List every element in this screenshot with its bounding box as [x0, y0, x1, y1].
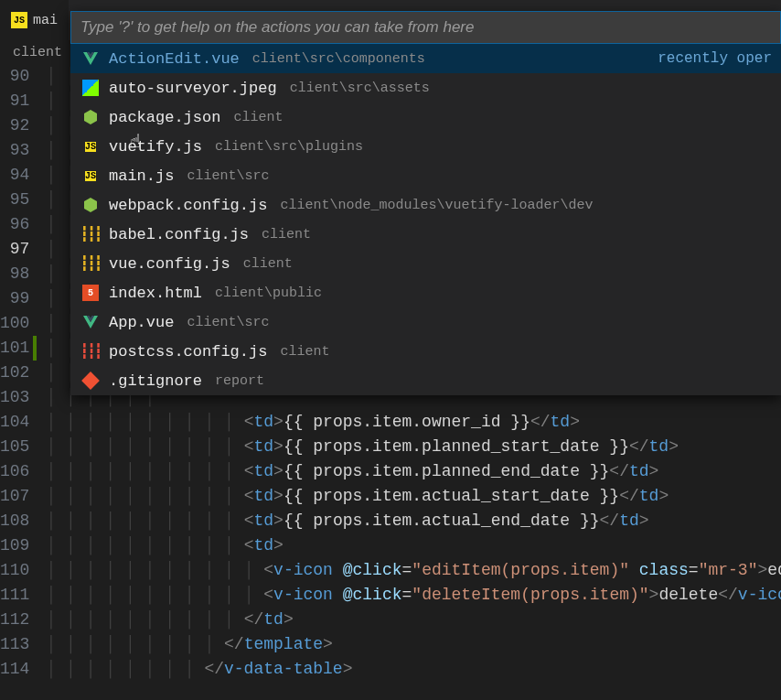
js-file-icon: JS: [81, 167, 100, 185]
file-name: postcss.config.js: [109, 343, 267, 361]
file-name: App.vue: [109, 314, 174, 331]
line-number: 101: [0, 336, 29, 361]
code-line[interactable]: │ │ │ │ │ │ │ │ │ │ <td>: [46, 533, 781, 558]
recently-opened-label: recently oper: [658, 50, 772, 67]
code-line[interactable]: │ │ │ │ │ │ │ │ </v-data-table>: [46, 657, 781, 682]
file-path: client\src\plugins: [215, 139, 363, 155]
code-line[interactable]: │ │ │ │ │ │ │ │ │ │ <td>{{ props.item.ac…: [46, 509, 781, 533]
file-path: client\public: [215, 285, 322, 301]
file-name: vuetify.js: [109, 138, 202, 156]
code-line[interactable]: │ │ │ │ │ │ │ │ │ │ │ <v-icon @click="de…: [46, 583, 781, 608]
line-number: 95: [0, 188, 29, 212]
file-path: report: [215, 373, 264, 389]
line-number: 109: [0, 533, 29, 558]
quick-open-item[interactable]: .gitignore report: [70, 366, 781, 395]
file-name: index.html: [109, 285, 202, 302]
line-number: 93: [0, 138, 29, 163]
quick-open-item[interactable]: ┇┇┇ postcss.config.js client: [70, 337, 781, 366]
line-number: 111: [0, 583, 29, 608]
code-line[interactable]: │ │ │ │ │ │ │ │ │ │ <td>{{ props.item.ow…: [46, 410, 781, 435]
cfg-file-icon: ┇┇┇: [81, 225, 100, 243]
file-name: babel.config.js: [109, 226, 249, 243]
tab-label: mai: [33, 13, 58, 28]
code-line[interactable]: │ │ │ │ │ │ │ │ │ │ <td>{{ props.item.ac…: [46, 484, 781, 509]
quick-open-item[interactable]: ActionEdit.vue client\src\components rec…: [70, 44, 781, 73]
quick-open-item[interactable]: App.vue client\src: [70, 307, 781, 337]
quick-open-input[interactable]: [70, 11, 781, 44]
line-number-gutter: 9091929394959697989910010110210310410510…: [0, 64, 46, 700]
line-number: 98: [0, 262, 29, 286]
line-number: 91: [0, 89, 29, 113]
modified-line-marker: [33, 336, 37, 361]
file-path: client\src\assets: [290, 81, 430, 96]
svg-marker-2: [84, 110, 97, 124]
code-line[interactable]: │ │ │ │ │ │ │ │ │ │ </td>: [46, 608, 781, 632]
quick-open-item[interactable]: JS vuetify.js client\src\plugins: [70, 132, 781, 161]
code-line[interactable]: │ │ │ │ │ │ │ │ │ │ <td>{{ props.item.pl…: [46, 459, 781, 484]
hex-file-icon: [81, 108, 100, 126]
line-number: 90: [0, 64, 29, 89]
editor-tab[interactable]: JS mai: [0, 0, 69, 40]
breadcrumb-segment: client: [13, 45, 62, 60]
line-number: 112: [0, 608, 29, 632]
line-number: 105: [0, 435, 29, 459]
cfg2-file-icon: ┇┇┇: [81, 342, 100, 361]
code-line[interactable]: │ │ │ │ │ │ │ │ │ │ <td>{{ props.item.pl…: [46, 435, 781, 459]
quick-open-panel: ActionEdit.vue client\src\components rec…: [70, 11, 781, 395]
file-path: client\src: [187, 315, 269, 330]
line-number: 100: [0, 311, 29, 336]
file-path: client: [243, 256, 293, 272]
file-path: client\src\components: [252, 51, 425, 67]
file-path: client\src: [187, 168, 269, 184]
git-file-icon: [81, 372, 100, 390]
svg-marker-3: [84, 198, 97, 212]
file-path: client\node_modules\vuetify-loader\dev: [280, 198, 593, 213]
line-number: 108: [0, 509, 29, 533]
vue-file-icon: [81, 313, 100, 331]
line-number: 94: [0, 163, 29, 188]
hex-file-icon: [81, 196, 100, 214]
line-number: 99: [0, 286, 29, 311]
file-name: .gitignore: [109, 372, 202, 390]
vue-file-icon: [81, 49, 100, 68]
line-number: 106: [0, 459, 29, 484]
js-file-icon: JS: [81, 137, 100, 156]
file-path: client: [233, 110, 283, 125]
file-name: package.json: [109, 109, 220, 126]
line-number: 103: [0, 385, 29, 410]
quick-open-list: ActionEdit.vue client\src\components rec…: [70, 44, 781, 395]
line-number: 92: [0, 113, 29, 138]
file-name: ActionEdit.vue: [109, 50, 240, 68]
quick-open-item[interactable]: 5 index.html client\public: [70, 278, 781, 307]
line-number: 113: [0, 632, 29, 657]
line-number: 104: [0, 410, 29, 435]
cfg-file-icon: ┇┇┇: [81, 254, 100, 273]
line-number: 114: [0, 657, 29, 682]
line-number: 110: [0, 558, 29, 583]
file-name: main.js: [109, 167, 174, 185]
quick-open-item[interactable]: JS main.js client\src: [70, 161, 781, 190]
file-path: client: [262, 227, 311, 242]
file-path: client: [280, 344, 329, 360]
line-number: 96: [0, 212, 29, 237]
img-file-icon: [81, 79, 100, 97]
quick-open-item[interactable]: auto-surveyor.jpeg client\src\assets: [70, 73, 781, 102]
line-number: 102: [0, 361, 29, 385]
js-file-icon: JS: [11, 12, 27, 28]
line-number: 97: [0, 237, 29, 262]
code-line[interactable]: │ │ │ │ │ │ │ │ │ │ │ <v-icon @click="ed…: [46, 558, 781, 583]
html-file-icon: 5: [81, 284, 100, 302]
code-line[interactable]: │ │ │ │ │ │ │ │ │ </template>: [46, 632, 781, 657]
quick-open-item[interactable]: ┇┇┇ babel.config.js client: [70, 220, 781, 249]
quick-open-item[interactable]: ┇┇┇ vue.config.js client: [70, 249, 781, 278]
file-name: auto-surveyor.jpeg: [109, 80, 277, 97]
file-name: webpack.config.js: [109, 197, 267, 214]
line-number: 107: [0, 484, 29, 509]
quick-open-item[interactable]: webpack.config.js client\node_modules\vu…: [70, 190, 781, 220]
file-name: vue.config.js: [109, 255, 230, 273]
quick-open-item[interactable]: package.json client: [70, 102, 781, 132]
